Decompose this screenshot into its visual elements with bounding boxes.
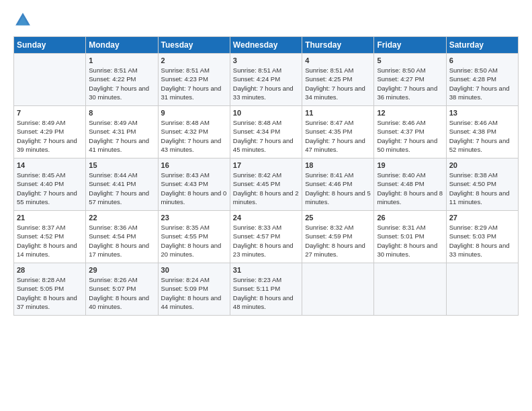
col-header-friday: Friday <box>374 37 446 54</box>
calendar-cell: 3Sunrise: 8:51 AMSunset: 4:24 PMDaylight… <box>230 54 302 106</box>
day-number: 5 <box>377 56 443 64</box>
calendar-cell: 5Sunrise: 8:50 AMSunset: 4:27 PMDaylight… <box>374 54 446 106</box>
day-number: 17 <box>233 161 299 169</box>
calendar-cell: 16Sunrise: 8:43 AMSunset: 4:43 PMDayligh… <box>158 158 230 211</box>
calendar-cell: 22Sunrise: 8:36 AMSunset: 4:54 PMDayligh… <box>86 211 158 263</box>
day-number: 6 <box>449 56 515 64</box>
calendar-cell: 27Sunrise: 8:29 AMSunset: 5:03 PMDayligh… <box>446 211 518 263</box>
cell-info: Sunrise: 8:24 AMSunset: 5:09 PMDaylight:… <box>161 275 227 311</box>
calendar-cell: 15Sunrise: 8:44 AMSunset: 4:41 PMDayligh… <box>86 158 158 211</box>
cell-info: Sunrise: 8:29 AMSunset: 5:03 PMDaylight:… <box>449 223 515 259</box>
cell-info: Sunrise: 8:51 AMSunset: 4:25 PMDaylight:… <box>305 66 371 101</box>
week-row-0: 1Sunrise: 8:51 AMSunset: 4:22 PMDaylight… <box>14 54 519 106</box>
day-number: 1 <box>89 56 154 64</box>
day-number: 27 <box>449 214 515 222</box>
day-number: 22 <box>89 214 154 222</box>
day-number: 3 <box>233 56 299 64</box>
day-number: 9 <box>161 109 227 117</box>
calendar-cell: 29Sunrise: 8:26 AMSunset: 5:07 PMDayligh… <box>86 263 158 316</box>
day-number: 23 <box>161 214 227 222</box>
col-header-tuesday: Tuesday <box>158 37 230 54</box>
cell-info: Sunrise: 8:50 AMSunset: 4:28 PMDaylight:… <box>449 66 515 101</box>
cell-info: Sunrise: 8:51 AMSunset: 4:24 PMDaylight:… <box>233 66 299 101</box>
day-number: 12 <box>377 109 443 117</box>
cell-info: Sunrise: 8:38 AMSunset: 4:50 PMDaylight:… <box>449 171 515 206</box>
header <box>13 11 519 30</box>
cell-info: Sunrise: 8:33 AMSunset: 4:57 PMDaylight:… <box>233 223 299 259</box>
day-number: 18 <box>305 161 371 169</box>
calendar-cell: 25Sunrise: 8:32 AMSunset: 4:59 PMDayligh… <box>302 211 374 263</box>
day-number: 11 <box>305 109 371 117</box>
cell-info: Sunrise: 8:32 AMSunset: 4:59 PMDaylight:… <box>305 223 371 259</box>
calendar-cell: 28Sunrise: 8:28 AMSunset: 5:05 PMDayligh… <box>14 263 86 316</box>
col-header-saturday: Saturday <box>446 37 518 54</box>
day-number: 29 <box>89 266 154 274</box>
calendar-cell: 6Sunrise: 8:50 AMSunset: 4:28 PMDaylight… <box>446 54 518 106</box>
calendar-cell: 9Sunrise: 8:48 AMSunset: 4:32 PMDaylight… <box>158 106 230 158</box>
day-number: 7 <box>17 109 83 117</box>
cell-info: Sunrise: 8:41 AMSunset: 4:46 PMDaylight:… <box>305 171 371 206</box>
page: SundayMondayTuesdayWednesdayThursdayFrid… <box>0 0 532 411</box>
cell-info: Sunrise: 8:50 AMSunset: 4:27 PMDaylight:… <box>377 66 443 101</box>
cell-info: Sunrise: 8:45 AMSunset: 4:40 PMDaylight:… <box>17 171 83 206</box>
cell-info: Sunrise: 8:46 AMSunset: 4:38 PMDaylight:… <box>449 118 515 154</box>
cell-info: Sunrise: 8:51 AMSunset: 4:22 PMDaylight:… <box>89 66 154 101</box>
day-number: 10 <box>233 109 299 117</box>
calendar-cell <box>374 263 446 316</box>
cell-info: Sunrise: 8:42 AMSunset: 4:45 PMDaylight:… <box>233 171 299 206</box>
calendar-cell: 1Sunrise: 8:51 AMSunset: 4:22 PMDaylight… <box>86 54 158 106</box>
calendar-cell: 21Sunrise: 8:37 AMSunset: 4:52 PMDayligh… <box>14 211 86 263</box>
cell-info: Sunrise: 8:51 AMSunset: 4:23 PMDaylight:… <box>161 66 227 101</box>
cell-info: Sunrise: 8:48 AMSunset: 4:32 PMDaylight:… <box>161 118 227 154</box>
cell-info: Sunrise: 8:49 AMSunset: 4:31 PMDaylight:… <box>89 118 154 154</box>
day-number: 31 <box>233 266 299 274</box>
week-row-3: 21Sunrise: 8:37 AMSunset: 4:52 PMDayligh… <box>14 211 519 263</box>
day-number: 28 <box>17 266 83 274</box>
calendar-table: SundayMondayTuesdayWednesdayThursdayFrid… <box>13 36 519 316</box>
calendar-cell: 20Sunrise: 8:38 AMSunset: 4:50 PMDayligh… <box>446 158 518 211</box>
day-number: 24 <box>233 214 299 222</box>
week-row-2: 14Sunrise: 8:45 AMSunset: 4:40 PMDayligh… <box>14 158 519 211</box>
calendar-cell <box>302 263 374 316</box>
day-number: 4 <box>305 56 371 64</box>
calendar-cell: 24Sunrise: 8:33 AMSunset: 4:57 PMDayligh… <box>230 211 302 263</box>
calendar-cell: 4Sunrise: 8:51 AMSunset: 4:25 PMDaylight… <box>302 54 374 106</box>
calendar-cell: 17Sunrise: 8:42 AMSunset: 4:45 PMDayligh… <box>230 158 302 211</box>
cell-info: Sunrise: 8:23 AMSunset: 5:11 PMDaylight:… <box>233 275 299 311</box>
col-header-monday: Monday <box>86 37 158 54</box>
calendar-cell <box>446 263 518 316</box>
day-number: 2 <box>161 56 227 64</box>
calendar-cell: 7Sunrise: 8:49 AMSunset: 4:29 PMDaylight… <box>14 106 86 158</box>
calendar-cell: 18Sunrise: 8:41 AMSunset: 4:46 PMDayligh… <box>302 158 374 211</box>
logo-icon <box>13 11 32 30</box>
calendar-cell: 13Sunrise: 8:46 AMSunset: 4:38 PMDayligh… <box>446 106 518 158</box>
cell-info: Sunrise: 8:44 AMSunset: 4:41 PMDaylight:… <box>89 171 154 206</box>
day-number: 25 <box>305 214 371 222</box>
day-number: 30 <box>161 266 227 274</box>
cell-info: Sunrise: 8:37 AMSunset: 4:52 PMDaylight:… <box>17 223 83 259</box>
col-header-sunday: Sunday <box>14 37 86 54</box>
cell-info: Sunrise: 8:36 AMSunset: 4:54 PMDaylight:… <box>89 223 154 259</box>
cell-info: Sunrise: 8:43 AMSunset: 4:43 PMDaylight:… <box>161 171 227 206</box>
day-number: 21 <box>17 214 83 222</box>
cell-info: Sunrise: 8:31 AMSunset: 5:01 PMDaylight:… <box>377 223 443 259</box>
cell-info: Sunrise: 8:46 AMSunset: 4:37 PMDaylight:… <box>377 118 443 154</box>
day-number: 13 <box>449 109 515 117</box>
calendar-cell: 2Sunrise: 8:51 AMSunset: 4:23 PMDaylight… <box>158 54 230 106</box>
calendar-cell <box>14 54 86 106</box>
day-number: 26 <box>377 214 443 222</box>
cell-info: Sunrise: 8:47 AMSunset: 4:35 PMDaylight:… <box>305 118 371 154</box>
calendar-cell: 26Sunrise: 8:31 AMSunset: 5:01 PMDayligh… <box>374 211 446 263</box>
calendar-cell: 19Sunrise: 8:40 AMSunset: 4:48 PMDayligh… <box>374 158 446 211</box>
day-number: 15 <box>89 161 154 169</box>
calendar-cell: 12Sunrise: 8:46 AMSunset: 4:37 PMDayligh… <box>374 106 446 158</box>
cell-info: Sunrise: 8:28 AMSunset: 5:05 PMDaylight:… <box>17 275 83 311</box>
cell-info: Sunrise: 8:26 AMSunset: 5:07 PMDaylight:… <box>89 275 154 311</box>
logo <box>13 11 35 30</box>
calendar-cell: 31Sunrise: 8:23 AMSunset: 5:11 PMDayligh… <box>230 263 302 316</box>
calendar-cell: 30Sunrise: 8:24 AMSunset: 5:09 PMDayligh… <box>158 263 230 316</box>
calendar-cell: 14Sunrise: 8:45 AMSunset: 4:40 PMDayligh… <box>14 158 86 211</box>
day-number: 20 <box>449 161 515 169</box>
week-row-1: 7Sunrise: 8:49 AMSunset: 4:29 PMDaylight… <box>14 106 519 158</box>
col-header-thursday: Thursday <box>302 37 374 54</box>
